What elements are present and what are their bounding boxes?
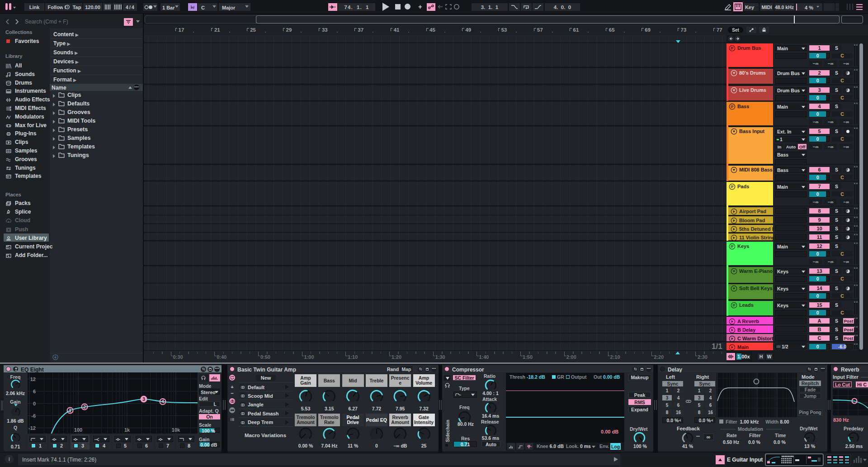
- svg-text:0: 0: [33, 401, 36, 406]
- svg-text:3: 3: [142, 397, 145, 402]
- svg-text:1k: 1k: [124, 427, 130, 433]
- svg-text:-6: -6: [31, 413, 36, 419]
- svg-text:12: 12: [30, 376, 36, 382]
- svg-text:10k: 10k: [172, 427, 180, 433]
- svg-text:100: 100: [74, 427, 82, 433]
- svg-text:2: 2: [83, 405, 86, 410]
- svg-text:1: 1: [69, 408, 71, 413]
- svg-text:-12: -12: [28, 425, 36, 431]
- svg-text:6: 6: [33, 389, 36, 394]
- svg-text:4: 4: [161, 399, 164, 404]
